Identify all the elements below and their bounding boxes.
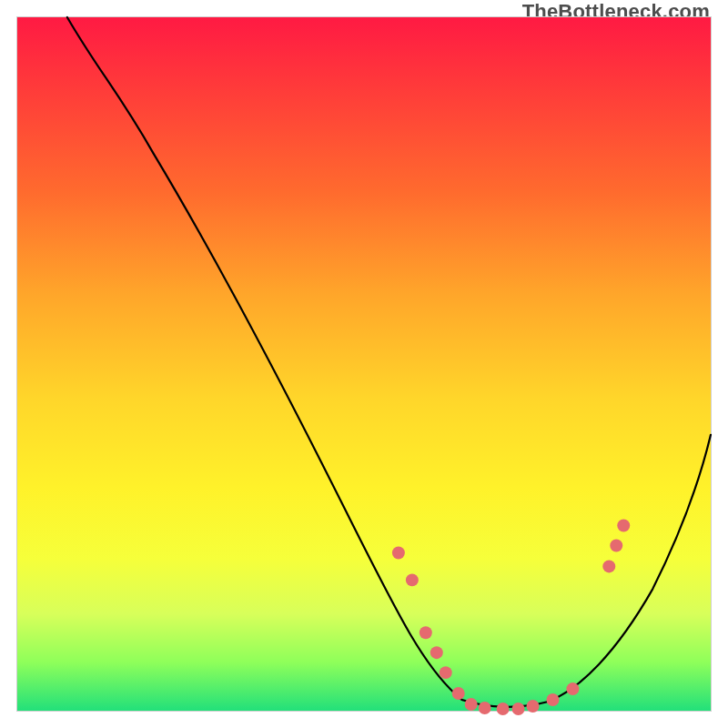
- data-point: [617, 520, 630, 532]
- data-point: [406, 573, 419, 586]
- scatter-points: [392, 520, 630, 715]
- data-point: [512, 703, 525, 715]
- plot-area: [16, 16, 712, 712]
- data-point: [420, 626, 432, 639]
- data-point: [430, 646, 443, 659]
- chart-stage: TheBottleneck.com: [0, 0, 728, 728]
- data-point: [479, 702, 491, 714]
- data-point: [566, 682, 579, 695]
- data-point: [497, 703, 510, 715]
- data-point: [392, 546, 405, 559]
- data-point: [452, 687, 465, 700]
- data-point: [527, 700, 540, 713]
- data-point: [465, 698, 478, 711]
- data-point: [610, 539, 622, 551]
- curve-svg: [17, 17, 711, 711]
- data-point: [602, 560, 615, 572]
- data-point: [546, 693, 559, 706]
- bottleneck-curve: [67, 17, 711, 707]
- data-point: [440, 666, 452, 679]
